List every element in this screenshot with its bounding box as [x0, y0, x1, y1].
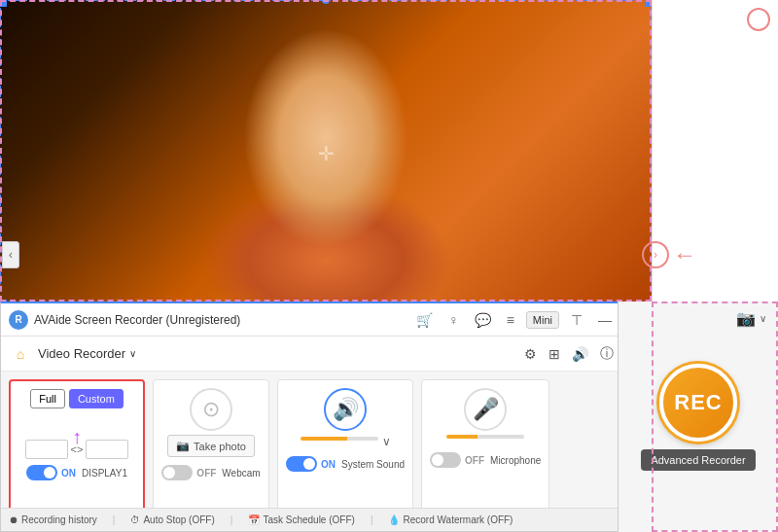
menu-icon[interactable]: ≡	[503, 310, 518, 330]
toolbar: ⌂ Video Recorder ∨ ⚙ ⊞ 🔊 ⓘ FB	[1, 337, 651, 372]
webcam-toggle-label: OFF	[196, 468, 216, 479]
history-label: Recording history	[21, 514, 97, 525]
status-recording-history[interactable]: ⏺ Recording history	[9, 514, 97, 525]
sound-toggle-knob	[303, 458, 315, 470]
microphone-card: 🎤 OFF Microphone	[421, 379, 549, 526]
resize-arrow-icon: ↑	[72, 426, 82, 448]
height-input[interactable]: 932	[86, 440, 128, 459]
add-icon[interactable]: ⊞	[547, 344, 562, 364]
chat-icon[interactable]: 💬	[471, 310, 495, 330]
move-icon: ✛	[318, 142, 335, 165]
left-arrow-icon: ‹	[9, 248, 13, 262]
screen-toggle-knob	[44, 467, 55, 479]
schedule-icon: 📅	[248, 514, 260, 525]
app-window: R AVAide Screen Recorder (Unregistered) …	[0, 301, 652, 532]
task-schedule-label: Task Schedule (OFF)	[263, 514, 354, 525]
webcam-label: Webcam	[222, 468, 260, 479]
status-task-schedule[interactable]: 📅 Task Schedule (OFF)	[248, 514, 354, 525]
user-icon[interactable]: ♀	[444, 310, 463, 330]
status-divider-2: |	[230, 514, 233, 525]
rec-label: REC	[674, 390, 722, 415]
watermark-label: Record Watermark (OFF)	[403, 514, 513, 525]
mic-controls	[446, 435, 524, 444]
size-buttons: Full Custom	[30, 389, 124, 408]
right-arrow-indicator: › ←	[642, 241, 696, 268]
webcam-icon: ⊙	[202, 397, 220, 422]
mic-toggle[interactable]	[430, 452, 461, 468]
sound-label: System Sound	[341, 459, 405, 470]
sound-toggle-row: ON System Sound	[286, 456, 405, 472]
left-collapse-btn[interactable]: ‹	[2, 241, 19, 268]
timer-icon: ⏱	[130, 514, 140, 525]
info-icon[interactable]: ⓘ	[598, 343, 616, 365]
minimize-icon[interactable]: —	[594, 310, 616, 330]
sound-icon-container: 🔊	[324, 388, 367, 431]
title-bar: R AVAide Screen Recorder (Unregistered) …	[1, 303, 651, 337]
top-right-circle[interactable]	[747, 8, 770, 31]
screen-toggle-row: ON DISPLAY1	[26, 465, 127, 480]
width-input[interactable]: 1200	[25, 440, 68, 459]
sound-controls: ∨	[301, 435, 391, 448]
mic-icon-container: 🎤	[464, 388, 507, 431]
webcam-toggle-knob	[163, 467, 175, 479]
webcam-toggle-row: OFF Webcam	[161, 465, 260, 480]
status-watermark[interactable]: 💧 Record Watermark (OFF)	[388, 514, 513, 525]
corner-tr[interactable]	[645, 0, 652, 7]
title-controls: 🛒 ♀ 💬 ≡ Mini ⊤ — ✕	[412, 310, 643, 330]
webcam-icon-container: ⊙	[190, 388, 232, 431]
screen-toggle-label: ON	[61, 468, 76, 479]
status-divider-3: |	[371, 514, 373, 525]
screen-toggle[interactable]	[26, 465, 57, 480]
camera-icon: 📷	[176, 440, 190, 452]
app-title: AVAide Screen Recorder (Unregistered)	[34, 313, 412, 327]
recorder-selector[interactable]: Video Recorder ∨	[38, 346, 136, 361]
mic-toggle-label: OFF	[465, 455, 484, 466]
screen-card: Full Custom ↑ 1200 <> 932 ON DISPLAY1	[9, 379, 145, 526]
mic-toggle-knob	[432, 454, 443, 466]
full-button[interactable]: Full	[30, 389, 65, 408]
corner-tl[interactable]	[0, 0, 7, 7]
webcam-card: ⊙ 📷 Take photo OFF Webcam	[153, 379, 269, 526]
camera-dropdown-icon[interactable]: ∨	[760, 313, 766, 324]
sound-toggle[interactable]	[286, 456, 317, 472]
camera-btn-row: 📷 ∨	[736, 309, 766, 328]
right-arrow-icon: ←	[673, 241, 696, 268]
left-border	[0, 0, 1, 306]
recorder-label-text: Video Recorder	[38, 346, 125, 361]
mic-volume-slider[interactable]	[446, 435, 524, 439]
home-button[interactable]: ⌂	[9, 342, 32, 366]
video-content: ✛	[0, 0, 652, 306]
video-preview: ✛	[0, 0, 652, 306]
mic-toggle-row: OFF Microphone	[430, 452, 541, 468]
microphone-icon: 🎤	[473, 397, 499, 422]
app-icon: R	[9, 310, 28, 330]
mic-label: Microphone	[490, 455, 541, 466]
mini-button[interactable]: Mini	[526, 311, 559, 329]
custom-button[interactable]: Custom	[69, 389, 124, 408]
take-photo-button[interactable]: 📷 Take photo	[167, 435, 255, 457]
volume-icon[interactable]: 🔊	[570, 344, 590, 364]
settings-icon[interactable]: ⚙	[522, 344, 539, 364]
sound-chevron[interactable]: ∨	[382, 435, 391, 448]
auto-stop-label: Auto Stop (OFF)	[143, 514, 214, 525]
pin-icon[interactable]: ⊤	[567, 310, 586, 330]
sound-toggle-label: ON	[321, 459, 336, 470]
camera-btn-icon[interactable]: 📷	[736, 309, 756, 328]
cart-icon[interactable]: 🛒	[412, 310, 437, 330]
right-circle-btn[interactable]: ›	[642, 241, 669, 268]
status-auto-stop[interactable]: ⏱ Auto Stop (OFF)	[130, 514, 214, 525]
rec-button[interactable]: REC	[659, 364, 737, 442]
advanced-recorder-button[interactable]: Advanced Recorder	[641, 449, 755, 471]
history-icon: ⏺	[9, 514, 18, 525]
chevron-down-icon: ∨	[129, 348, 136, 359]
take-photo-label: Take photo	[194, 441, 246, 452]
sound-volume-slider[interactable]	[301, 437, 378, 441]
webcam-toggle[interactable]	[161, 465, 193, 480]
system-sound-card: 🔊 ∨ ON System Sound	[277, 379, 413, 526]
display-label: DISPLAY1	[82, 468, 127, 479]
top-border	[0, 0, 652, 1]
rec-panel: 📷 ∨ REC Advanced Recorder	[618, 301, 778, 532]
status-divider-1: |	[113, 514, 116, 525]
sound-icon: 🔊	[333, 397, 359, 422]
watermark-icon: 💧	[388, 514, 400, 525]
